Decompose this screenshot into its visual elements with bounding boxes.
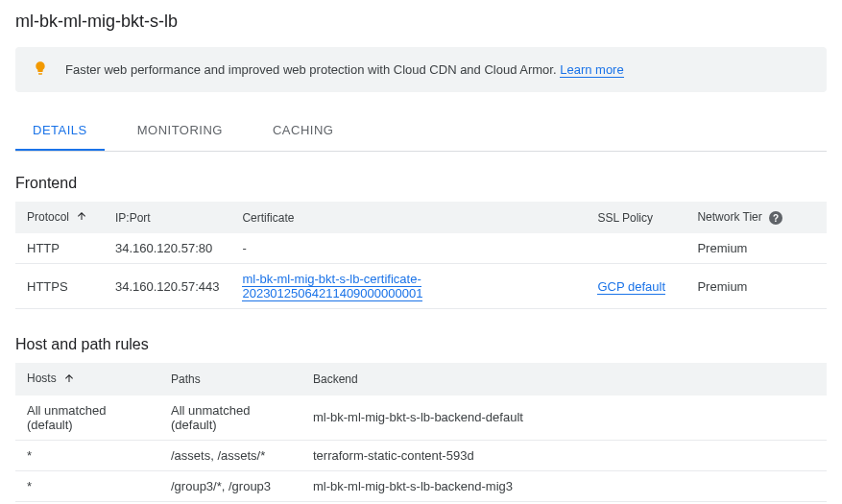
cell-networktier: Premium (686, 264, 827, 309)
header-label: Network Tier (697, 210, 761, 224)
cell-sslpolicy (586, 233, 686, 264)
cell-networktier: Premium (686, 233, 827, 264)
help-icon[interactable]: ? (769, 211, 782, 225)
hostpath-header-paths[interactable]: Paths (159, 363, 301, 395)
cell-hosts: All unmatched (default) (15, 396, 159, 441)
cell-backend: ml-bk-ml-mig-bkt-s-lb-backend-mig3 (301, 470, 827, 501)
tab-caching[interactable]: CACHING (255, 111, 350, 151)
frontend-header-protocol[interactable]: Protocol (15, 202, 104, 233)
frontend-header-ipport[interactable]: IP:Port (104, 202, 230, 233)
tab-monitoring[interactable]: MONITORING (120, 111, 240, 151)
hostpath-header-hosts[interactable]: Hosts (15, 363, 159, 395)
cell-ipport: 34.160.120.57:443 (104, 264, 230, 309)
cell-backend: ml-bk-ml-mig-bkt-s-lb-backend-default (301, 396, 827, 441)
banner-message: Faster web performance and improved web … (65, 62, 624, 77)
promo-banner: Faster web performance and improved web … (15, 47, 827, 92)
table-row: */assets, /assets/*terraform-static-cont… (15, 440, 827, 470)
cell-hosts: * (15, 440, 159, 470)
cell-ipport: 34.160.120.57:80 (104, 233, 230, 264)
cell-paths: /group3/*, /group3 (159, 470, 301, 501)
tab-details[interactable]: DETAILS (15, 111, 105, 151)
cell-sslpolicy: GCP default (586, 264, 686, 309)
cell-certificate: - (230, 233, 586, 264)
table-row: HTTPS34.160.120.57:443ml-bk-ml-mig-bkt-s… (15, 264, 827, 309)
cell-protocol: HTTP (15, 233, 104, 264)
hostpath-section-title: Host and path rules (15, 336, 827, 353)
frontend-header-sslpolicy[interactable]: SSL Policy (586, 202, 686, 233)
frontend-section-title: Frontend (15, 175, 827, 192)
cell-hosts: * (15, 470, 159, 501)
certificate-value: - (242, 241, 246, 255)
cell-paths: All unmatched (default) (159, 396, 301, 441)
arrow-up-icon (63, 372, 75, 387)
frontend-header-certificate[interactable]: Certificate (230, 202, 586, 233)
cell-paths: /assets, /assets/* (159, 440, 301, 470)
table-row: */group3/*, /group3ml-bk-ml-mig-bkt-s-lb… (15, 470, 827, 501)
table-row: HTTP34.160.120.57:80-Premium (15, 233, 827, 264)
certificate-link[interactable]: ml-bk-ml-mig-bkt-s-lb-certificate-202301… (242, 272, 422, 301)
lightbulb-icon (33, 60, 48, 79)
header-label: Hosts (27, 372, 57, 385)
header-label: Protocol (27, 210, 69, 224)
hostpath-table: Hosts Paths Backend All unmatched (defau… (15, 363, 827, 504)
cell-backend: terraform-static-content-593d (301, 440, 827, 470)
table-row: All unmatched (default)All unmatched (de… (15, 396, 827, 441)
arrow-up-icon (76, 210, 87, 225)
cell-protocol: HTTPS (15, 264, 104, 309)
hostpath-header-backend[interactable]: Backend (301, 363, 827, 395)
frontend-header-networktier[interactable]: Network Tier ? (686, 202, 827, 233)
cell-certificate: ml-bk-ml-mig-bkt-s-lb-certificate-202301… (230, 264, 586, 309)
tabs: DETAILS MONITORING CACHING (15, 111, 827, 152)
frontend-table: Protocol IP:Port Certificate SSL Policy … (15, 202, 827, 309)
learn-more-link[interactable]: Learn more (560, 62, 623, 78)
ssl-policy-link[interactable]: GCP default (597, 279, 665, 295)
page-title: ml-bk-ml-mig-bkt-s-lb (15, 12, 827, 32)
banner-text: Faster web performance and improved web … (65, 62, 560, 77)
